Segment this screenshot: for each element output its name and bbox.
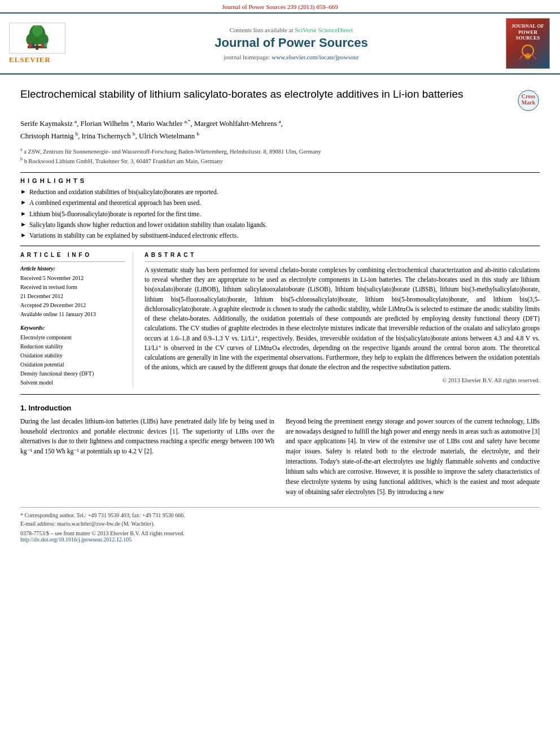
- abstract-heading: A B S T R A C T: [145, 252, 540, 258]
- authors-line: Serife Kaymaksiz a, Florian Wilhelm a, M…: [20, 117, 540, 143]
- intro-right-col: Beyond being the preeminent energy stora…: [286, 417, 540, 497]
- crossmark-badge: Cross Mark: [517, 89, 540, 112]
- keyword-2: Reduction stability: [20, 342, 125, 351]
- keyword-1: Electrolyte component: [20, 333, 125, 342]
- history-label: Article history:: [20, 265, 125, 272]
- elsevier-wordmark: ELSEVIER: [9, 55, 77, 64]
- divider-5: [20, 394, 540, 395]
- homepage-url[interactable]: www.elsevier.com/locate/jpowsour: [272, 54, 358, 60]
- corresponding-note: * Corresponding author. Tel.: +49 731 95…: [20, 511, 540, 519]
- intro-two-col: During the last decades lithium-ion batt…: [20, 417, 540, 497]
- highlight-item-4: ► Salicylato ligands show higher reducti…: [20, 220, 540, 229]
- affiliations: a a ZSW, Zentrum für Sonnenenergie- und …: [20, 146, 540, 166]
- sciverse-text: Contents lists available at SciVerse Sci…: [82, 27, 500, 33]
- svg-text:Mark: Mark: [522, 99, 536, 106]
- highlight-item-3: ► Lithium bis(5-fluorosalicylato)borate …: [20, 209, 540, 219]
- journal-citation: Journal of Power Sources 239 (2013) 659–…: [0, 0, 560, 14]
- received-revised-label: Received in revised form: [20, 283, 125, 292]
- article-info-heading: A R T I C L E I N F O: [20, 252, 125, 258]
- intro-left-text: During the last decades lithium-ion batt…: [20, 417, 274, 457]
- arrow-icon-5: ►: [20, 231, 27, 240]
- issn-text: 0378-7753/$ – see front matter © 2013 El…: [20, 530, 540, 536]
- introduction-section: 1. Introduction During the last decades …: [20, 404, 540, 497]
- journal-cover-image: JOURNAL OFPOWERSOURCES: [506, 18, 551, 69]
- journal-title-section: Contents lists available at SciVerse Sci…: [82, 27, 500, 60]
- abstract-section: A B S T R A C T A systematic study has b…: [145, 252, 540, 387]
- highlight-item-5: ► Variations in stability can be explain…: [20, 231, 540, 240]
- keyword-5: Density functional theory (DFT): [20, 369, 125, 378]
- svg-rect-6: [28, 43, 31, 47]
- keyword-6: Solvent model: [20, 378, 125, 387]
- elsevier-logo-section: ELSEVIER: [9, 23, 77, 64]
- highlights-section: H I G H L I G H T S ► Reduction and oxid…: [20, 177, 540, 239]
- intro-heading: 1. Introduction: [20, 404, 540, 412]
- divider-1: [20, 172, 540, 173]
- article-title: Electrochemical stability of lithium sal…: [20, 87, 510, 102]
- svg-point-12: [525, 54, 531, 59]
- elsevier-tree-image: [9, 23, 65, 54]
- highlight-item-1: ► Reduction and oxidation stabilities of…: [20, 187, 540, 196]
- accepted-date: Accepted 29 December 2012: [20, 301, 125, 310]
- revised-date: 21 December 2012: [20, 292, 125, 301]
- divider-4: [145, 261, 540, 262]
- main-content: Electrochemical stability of lithium sal…: [0, 75, 560, 548]
- keywords-label: Keywords:: [20, 325, 125, 331]
- journal-header: ELSEVIER Contents lists available at Sci…: [0, 14, 560, 75]
- email-note: E-mail address: mario.wachtler@zsw-bw.de…: [20, 519, 540, 528]
- sciverse-link[interactable]: SciVerse ScienceDirect: [295, 27, 353, 33]
- svg-rect-9: [44, 43, 47, 47]
- footer-section: * Corresponding author. Tel.: +49 731 95…: [20, 507, 540, 548]
- arrow-icon-1: ►: [20, 187, 27, 196]
- doi-link[interactable]: http://dx.doi.org/10.1016/j.jpowsour.201…: [20, 536, 540, 543]
- svg-rect-8: [41, 43, 44, 47]
- journal-title: Journal of Power Sources: [82, 36, 500, 50]
- article-title-section: Electrochemical stability of lithium sal…: [20, 87, 540, 112]
- arrow-icon-2: ►: [20, 198, 27, 207]
- arrow-icon-3: ►: [20, 209, 27, 219]
- copyright-text: © 2013 Elsevier B.V. All rights reserved…: [145, 377, 540, 383]
- arrow-icon-4: ►: [20, 220, 27, 229]
- journal-homepage: journal homepage: www.elsevier.com/locat…: [82, 54, 500, 60]
- available-date: Available online 11 January 2013: [20, 310, 125, 319]
- intro-left-col: During the last decades lithium-ion batt…: [20, 417, 274, 497]
- affiliation-a: a a ZSW, Zentrum für Sonnenenergie- und …: [20, 146, 540, 156]
- affiliation-b: b b Rockwood Lithium GmbH, Trakehner Str…: [20, 156, 540, 165]
- received-date: Received 5 November 2012: [20, 274, 125, 283]
- intro-right-text: Beyond being the preeminent energy stora…: [286, 417, 540, 497]
- keyword-4: Oxidation potential: [20, 360, 125, 369]
- article-info-panel: A R T I C L E I N F O Article history: R…: [20, 252, 133, 387]
- divider-2: [20, 246, 540, 246]
- svg-text:Cross: Cross: [522, 93, 535, 99]
- highlight-item-2: ► A combined experimental and theoretica…: [20, 198, 540, 207]
- cover-thumbnail: JOURNAL OFPOWERSOURCES: [506, 18, 550, 69]
- article-info-abstract: A R T I C L E I N F O Article history: R…: [20, 252, 540, 387]
- divider-3: [20, 261, 125, 262]
- keyword-3: Oxidation stability: [20, 351, 125, 360]
- highlights-heading: H I G H L I G H T S: [20, 177, 540, 184]
- svg-rect-7: [32, 43, 35, 47]
- abstract-text: A systematic study has been performed fo…: [145, 265, 540, 373]
